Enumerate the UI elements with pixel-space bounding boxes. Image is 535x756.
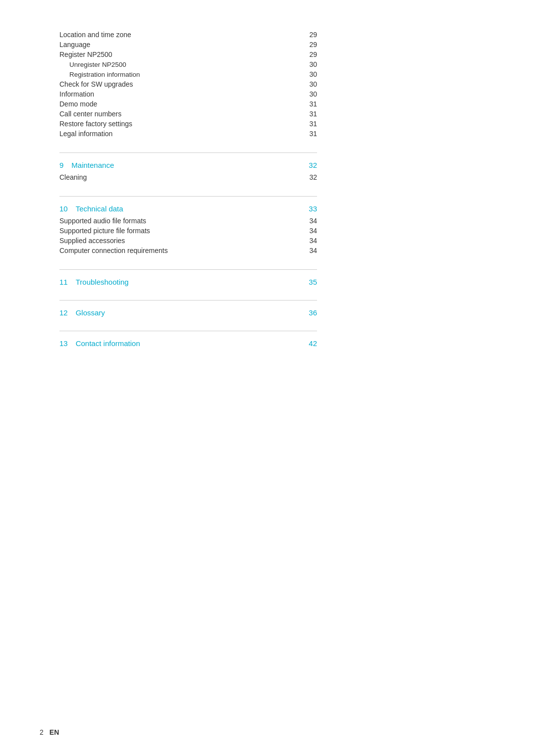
section-number: 10 xyxy=(59,204,68,213)
item-label: Check for SW upgrades xyxy=(59,80,133,88)
section-heading-left: 13 Contact information xyxy=(59,339,140,348)
section-heading-9[interactable]: 9 Maintenance 32 xyxy=(59,161,317,169)
item-label: Demo mode xyxy=(59,100,97,108)
item-page: 29 xyxy=(309,41,317,49)
list-item[interactable]: Computer connection requirements 34 xyxy=(59,246,317,255)
item-page: 34 xyxy=(309,247,317,254)
list-item[interactable]: Supplied accessories 34 xyxy=(59,236,317,246)
item-label: Restore factory settings xyxy=(59,120,132,128)
section-number: 12 xyxy=(59,308,68,317)
list-item[interactable]: Information 30 xyxy=(59,89,317,99)
list-item[interactable]: Supported picture file formats 34 xyxy=(59,226,317,236)
item-label: Supported audio file formats xyxy=(59,217,146,225)
item-page: 31 xyxy=(309,110,317,118)
section-title: Glossary xyxy=(76,308,105,317)
section-page: 36 xyxy=(309,308,317,317)
section-divider xyxy=(59,152,317,153)
item-label: Register NP2500 xyxy=(59,50,112,58)
toc-container: Location and time zone 29 Language 29 Re… xyxy=(59,20,317,348)
item-label: Legal information xyxy=(59,130,112,138)
item-page: 34 xyxy=(309,217,317,225)
section-title: Troubleshooting xyxy=(76,278,129,286)
section-heading-left: 9 Maintenance xyxy=(59,161,114,169)
list-item[interactable]: Cleaning 32 xyxy=(59,172,317,182)
footer-page-number: 2 xyxy=(40,728,44,736)
toc-section-10: 10 Technical data 33 Supported audio fil… xyxy=(59,196,317,255)
item-label: Supported picture file formats xyxy=(59,227,150,235)
item-label: Language xyxy=(59,41,90,49)
section-page: 32 xyxy=(309,161,317,169)
item-page: 29 xyxy=(309,50,317,58)
list-item[interactable]: Registration information 30 xyxy=(59,69,317,79)
list-item[interactable]: Legal information 31 xyxy=(59,129,317,139)
section-heading-left: 10 Technical data xyxy=(59,204,123,213)
footer: 2 EN xyxy=(40,728,59,736)
section-divider xyxy=(59,196,317,197)
item-page: 30 xyxy=(309,90,317,98)
section-number: 13 xyxy=(59,339,68,348)
item-page: 31 xyxy=(309,100,317,108)
section-page: 42 xyxy=(309,339,317,348)
toc-section-11: 11 Troubleshooting 35 xyxy=(59,269,317,286)
item-page: 30 xyxy=(309,70,317,78)
section-page: 33 xyxy=(309,204,317,213)
list-item[interactable]: Check for SW upgrades 30 xyxy=(59,79,317,89)
item-page: 32 xyxy=(309,173,317,181)
section-heading-13[interactable]: 13 Contact information 42 xyxy=(59,339,317,348)
list-item[interactable]: Register NP2500 29 xyxy=(59,50,317,59)
toc-section-pre: Location and time zone 29 Language 29 Re… xyxy=(59,30,317,139)
section-title: Contact information xyxy=(76,339,140,348)
section-title: Maintenance xyxy=(71,161,114,169)
section-divider xyxy=(59,331,317,331)
item-label: Cleaning xyxy=(59,173,87,181)
item-label: Registration information xyxy=(69,71,140,78)
item-label: Information xyxy=(59,90,94,98)
list-item[interactable]: Supported audio file formats 34 xyxy=(59,216,317,226)
toc-section-9: 9 Maintenance 32 Cleaning 32 xyxy=(59,152,317,182)
section-heading-12[interactable]: 12 Glossary 36 xyxy=(59,308,317,317)
section-number: 11 xyxy=(59,278,68,286)
section-heading-11[interactable]: 11 Troubleshooting 35 xyxy=(59,278,317,286)
section-page: 35 xyxy=(309,278,317,286)
item-page: 34 xyxy=(309,227,317,235)
item-label: Unregister NP2500 xyxy=(69,61,126,68)
toc-section-13: 13 Contact information 42 xyxy=(59,331,317,348)
list-item[interactable]: Location and time zone 29 xyxy=(59,30,317,40)
item-page: 34 xyxy=(309,237,317,245)
section-heading-left: 11 Troubleshooting xyxy=(59,278,129,286)
item-label: Computer connection requirements xyxy=(59,247,168,254)
section-title: Technical data xyxy=(76,204,123,213)
section-heading-left: 12 Glossary xyxy=(59,308,105,317)
list-item[interactable]: Restore factory settings 31 xyxy=(59,119,317,129)
list-item[interactable]: Language 29 xyxy=(59,40,317,50)
item-page: 31 xyxy=(309,130,317,138)
item-label: Location and time zone xyxy=(59,31,131,39)
item-label: Call center numbers xyxy=(59,110,121,118)
footer-language: EN xyxy=(50,728,59,736)
item-page: 30 xyxy=(309,80,317,88)
item-page: 31 xyxy=(309,120,317,128)
item-page: 30 xyxy=(309,60,317,68)
list-item[interactable]: Demo mode 31 xyxy=(59,99,317,109)
item-page: 29 xyxy=(309,31,317,39)
toc-section-12: 12 Glossary 36 xyxy=(59,300,317,317)
list-item[interactable]: Unregister NP2500 30 xyxy=(59,59,317,69)
list-item[interactable]: Call center numbers 31 xyxy=(59,109,317,119)
section-number: 9 xyxy=(59,161,63,169)
section-divider xyxy=(59,300,317,301)
item-label: Supplied accessories xyxy=(59,237,125,245)
section-divider xyxy=(59,269,317,270)
section-heading-10[interactable]: 10 Technical data 33 xyxy=(59,204,317,213)
